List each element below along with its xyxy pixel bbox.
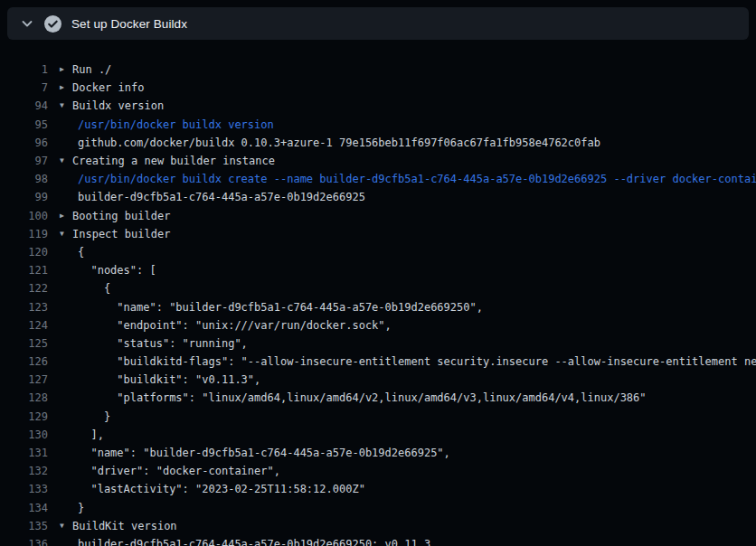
log-text: "status": "running", — [78, 337, 248, 350]
log-group-row[interactable]: 1▶Run ./ — [0, 61, 756, 79]
log-text: ], — [78, 428, 104, 441]
line-number[interactable]: 98 — [0, 173, 48, 185]
triangle-right-icon: ▶ — [60, 84, 72, 91]
log-lines: 1▶Run ./7▶Docker info94▼Buildx version95… — [0, 47, 756, 546]
triangle-down-icon: ▼ — [60, 157, 72, 165]
line-number[interactable]: 130 — [0, 428, 48, 441]
command-text: /usr/bin/docker buildx version — [78, 118, 274, 131]
log-line-row: 98/usr/bin/docker buildx create --name b… — [0, 170, 756, 188]
log-line-row: 128 "platforms": "linux/amd64,linux/amd6… — [0, 389, 756, 407]
log-line-row: 122 { — [0, 279, 756, 297]
log-text: builder-d9cfb5a1-c764-445a-a57e-0b19d2e6… — [78, 191, 365, 203]
line-number[interactable]: 134 — [0, 502, 48, 514]
line-number[interactable]: 94 — [0, 99, 48, 112]
log-text: "lastActivity": "2023-02-25T11:58:12.000… — [78, 483, 365, 495]
log-line-row: 96github.com/docker/buildx 0.10.3+azure-… — [0, 134, 756, 152]
line-number[interactable]: 99 — [0, 191, 48, 203]
log-text: "name": "builder-d9cfb5a1-c764-445a-a57e… — [78, 301, 483, 314]
group-title: BuildKit version — [72, 520, 177, 532]
line-number[interactable]: 132 — [0, 465, 48, 477]
triangle-down-icon: ▼ — [60, 231, 72, 238]
group-title: Inspect builder — [72, 228, 170, 240]
line-number[interactable]: 136 — [0, 538, 48, 546]
log-group-row[interactable]: 119▼Inspect builder — [0, 225, 756, 243]
log-text: "buildkit": "v0.11.3", — [78, 373, 260, 386]
log-line-row: 136builder-d9cfb5a1-c764-445a-a57e-0b19d… — [0, 535, 756, 546]
log-text: } — [78, 410, 110, 423]
line-number[interactable]: 131 — [0, 447, 48, 459]
group-title: Creating a new builder instance — [72, 155, 275, 167]
log-text: "nodes": [ — [78, 264, 156, 277]
group-title: Run ./ — [72, 63, 111, 76]
log-text: "name": "builder-d9cfb5a1-c764-445a-a57e… — [78, 447, 450, 459]
line-number[interactable]: 125 — [0, 337, 48, 350]
line-number[interactable]: 133 — [0, 483, 48, 495]
line-number[interactable]: 121 — [0, 264, 48, 277]
log-line-row: 132 "driver": "docker-container", — [0, 462, 756, 480]
log-line-row: 129 } — [0, 408, 756, 426]
log-text: } — [78, 502, 84, 514]
log-group-row[interactable]: 97▼Creating a new builder instance — [0, 152, 756, 170]
line-number[interactable]: 100 — [0, 210, 48, 222]
triangle-down-icon: ▼ — [60, 522, 72, 530]
group-title: Buildx version — [72, 99, 164, 112]
log-line-row: 124 "endpoint": "unix:///var/run/docker.… — [0, 316, 756, 334]
log-group-row[interactable]: 100▶Booting builder — [0, 207, 756, 225]
step-header[interactable]: Set up Docker Buildx — [7, 7, 749, 40]
log-text: { — [78, 246, 84, 259]
log-text: "platforms": "linux/amd64,linux/amd64/v2… — [78, 391, 647, 404]
log-line-row: 99builder-d9cfb5a1-c764-445a-a57e-0b19d2… — [0, 188, 756, 206]
log-line-row: 133 "lastActivity": "2023-02-25T11:58:12… — [0, 480, 756, 498]
line-number[interactable]: 128 — [0, 391, 48, 404]
line-number[interactable]: 123 — [0, 301, 48, 314]
step-title: Set up Docker Buildx — [71, 17, 187, 31]
command-text: /usr/bin/docker buildx create --name bui… — [78, 173, 756, 185]
log-text: { — [78, 282, 110, 295]
log-line-row: 121 "nodes": [ — [0, 261, 756, 279]
log-line-row: 95/usr/bin/docker buildx version — [0, 116, 756, 134]
log-line-row: 120{ — [0, 243, 756, 261]
triangle-down-icon: ▼ — [60, 102, 72, 109]
line-number[interactable]: 120 — [0, 246, 48, 259]
line-number[interactable]: 95 — [0, 118, 48, 131]
line-number[interactable]: 122 — [0, 282, 48, 295]
line-number[interactable]: 129 — [0, 410, 48, 423]
log-text: "endpoint": "unix:///var/run/docker.sock… — [78, 319, 392, 332]
log-text: github.com/docker/buildx 0.10.3+azure-1 … — [78, 136, 600, 149]
log-text: "buildkitd-flags": "--allow-insecure-ent… — [78, 355, 756, 368]
group-title: Docker info — [72, 81, 144, 94]
log-line-row: 134} — [0, 499, 756, 517]
log-line-row: 126 "buildkitd-flags": "--allow-insecure… — [0, 353, 756, 371]
line-number[interactable]: 119 — [0, 228, 48, 240]
line-number[interactable]: 135 — [0, 520, 48, 532]
triangle-right-icon: ▶ — [60, 66, 72, 73]
line-number[interactable]: 127 — [0, 373, 48, 386]
line-number[interactable]: 7 — [0, 81, 48, 94]
log-line-row: 123 "name": "builder-d9cfb5a1-c764-445a-… — [0, 297, 756, 315]
log-line-row: 127 "buildkit": "v0.11.3", — [0, 371, 756, 389]
line-number[interactable]: 126 — [0, 355, 48, 368]
log-line-row: 131 "name": "builder-d9cfb5a1-c764-445a-… — [0, 444, 756, 462]
log-text: "driver": "docker-container", — [78, 465, 280, 477]
log-line-row: 130 ], — [0, 426, 756, 444]
triangle-right-icon: ▶ — [60, 212, 72, 220]
log-group-row[interactable]: 135▼BuildKit version — [0, 517, 756, 535]
log-group-row[interactable]: 7▶Docker info — [0, 79, 756, 97]
check-circle-icon — [44, 15, 61, 33]
group-title: Booting builder — [72, 210, 170, 222]
line-number[interactable]: 97 — [0, 155, 48, 167]
line-number[interactable]: 96 — [0, 136, 48, 149]
line-number[interactable]: 124 — [0, 319, 48, 332]
log-text: builder-d9cfb5a1-c764-445a-a57e-0b19d2e6… — [78, 538, 430, 546]
line-number[interactable]: 1 — [0, 63, 48, 76]
log-line-row: 125 "status": "running", — [0, 334, 756, 353]
log-group-row[interactable]: 94▼Buildx version — [0, 97, 756, 115]
chevron-down-icon[interactable] — [20, 16, 34, 31]
